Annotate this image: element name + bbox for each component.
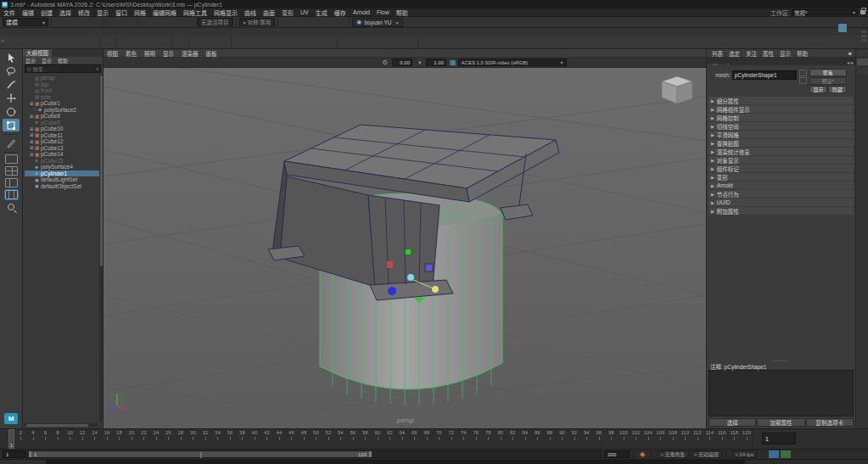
focus-button[interactable]: 聚焦: [809, 69, 847, 76]
menu-item[interactable]: 显示: [93, 8, 112, 17]
footer-button[interactable]: 复制选项卡: [806, 418, 854, 427]
outliner-item[interactable]: ◉ defaultLightSet: [25, 176, 99, 183]
attribute-editor-menu-item[interactable]: 选定: [726, 49, 742, 58]
last-tool-button[interactable]: [3, 137, 20, 149]
viewport-menu-item[interactable]: 显示: [160, 49, 177, 58]
shelf-icon[interactable]: [417, 37, 418, 48]
paint-select-tool-button[interactable]: [3, 78, 20, 91]
fps-selector[interactable]: 24 fps: [732, 450, 757, 458]
view-transform-selector[interactable]: ACES 1.0 SDR-video (sRGB): [458, 59, 567, 66]
outliner-horizontal-scrollbar[interactable]: [25, 423, 98, 427]
toggle-channel-box-icon[interactable]: [820, 24, 828, 32]
attribute-editor-menu-item[interactable]: 帮助: [794, 49, 810, 58]
menu-item[interactable]: 生成: [312, 8, 331, 17]
outliner-item[interactable]: ▤ persp: [25, 75, 99, 81]
outliner-item[interactable]: └ ◈ polySurface2: [25, 107, 99, 114]
menu-item[interactable]: 曲线: [241, 8, 260, 17]
show-button[interactable]: 显示: [809, 86, 828, 93]
outliner-item[interactable]: ⊞ ▦ pCube10: [25, 126, 99, 132]
attribute-editor-tab[interactable]: [707, 64, 713, 65]
attribute-section-header[interactable]: ▶ 网格组件显示: [708, 105, 854, 113]
attribute-section-header[interactable]: ▶ 组件标记: [708, 165, 854, 172]
shelf-options-icon[interactable]: +: [1, 38, 4, 44]
outliner-item[interactable]: ⊞ ▦ pCube14: [25, 151, 99, 158]
menu-item[interactable]: 帮助: [393, 8, 412, 17]
pin-icon[interactable]: ◆: [848, 49, 854, 56]
anim-layer-selector[interactable]: 无动画层: [692, 450, 723, 458]
outliner-item[interactable]: ▤ top: [25, 81, 99, 88]
notes-textarea[interactable]: [708, 370, 854, 416]
time-slider[interactable]: 2468101214161820222426283032343638404244…: [0, 428, 868, 449]
outliner-item[interactable]: ⊞ ▦ pCube12: [25, 138, 99, 145]
menu-set-selector[interactable]: 建模: [3, 18, 48, 26]
outliner-item[interactable]: ⊞ ▦ pCube8: [25, 113, 99, 120]
shelf-icon[interactable]: [231, 37, 232, 48]
attribute-editor-menu-item[interactable]: 属性: [760, 49, 776, 58]
outliner-menu-item[interactable]: 显示: [25, 57, 36, 64]
scale-tool-button[interactable]: [3, 119, 20, 131]
presets-button[interactable]: 预设*: [809, 77, 847, 85]
animation-end-field[interactable]: 200: [604, 450, 630, 458]
outliner-item[interactable]: ⊞ ▦ pCube13: [25, 145, 99, 152]
outliner-item[interactable]: ◈ pCube9: [25, 120, 99, 126]
shelf-icon[interactable]: [188, 37, 189, 48]
move-tool-button[interactable]: [3, 92, 20, 104]
attribute-section-header[interactable]: ▶ 网格控制: [708, 114, 854, 121]
toggle-character-controls-icon[interactable]: [857, 24, 865, 32]
outliner-item[interactable]: ▤ side: [25, 94, 99, 101]
outliner-menu-item[interactable]: 显示: [42, 57, 52, 64]
menu-item[interactable]: 编辑: [19, 8, 37, 17]
set-key-icon[interactable]: ◆: [637, 450, 647, 458]
shelf-overflow-icon[interactable]: [861, 31, 866, 46]
attribute-section-header[interactable]: ▶ 节点行为: [708, 190, 854, 198]
select-node-icon[interactable]: [799, 70, 807, 76]
outliner-vertical-scrollbar[interactable]: [99, 75, 103, 422]
shelf-icon[interactable]: [116, 37, 117, 48]
menu-item[interactable]: 曲面: [260, 8, 278, 17]
gamma-icon[interactable]: ◑: [414, 58, 424, 67]
hide-button[interactable]: 隐藏: [828, 86, 847, 93]
viewport-menu-item[interactable]: 视图: [104, 49, 121, 58]
outliner-item[interactable]: ⊞ ▦ pCube11: [25, 132, 99, 139]
user-account-menu[interactable]: ◉ boyuan YU: [352, 18, 402, 27]
attribute-section-header[interactable]: ▶ 细分属性: [708, 97, 854, 104]
select-tool-button[interactable]: [3, 51, 20, 64]
viewport-menu-item[interactable]: 着色: [122, 49, 140, 58]
range-slider-bar[interactable]: 1 120: [28, 450, 602, 458]
outliner-item[interactable]: ◈ pCylinder1: [25, 171, 99, 177]
command-language-toggle[interactable]: [0, 460, 47, 464]
attribute-section-header[interactable]: ▶ Arnold: [708, 182, 854, 189]
timeline-ticks[interactable]: 2468101214161820222426283032343638404244…: [8, 429, 753, 449]
layout-current-button[interactable]: [5, 190, 18, 199]
attribute-section-header[interactable]: ▶ 附加属性: [708, 207, 854, 215]
exposure-icon[interactable]: ⊙: [380, 58, 390, 67]
menu-item[interactable]: Arnold: [350, 9, 373, 15]
sidebar-vertical-tab[interactable]: [857, 59, 868, 65]
menu-item[interactable]: 选择: [56, 8, 75, 17]
outliner-menu-item[interactable]: 帮助: [58, 57, 68, 64]
shelf-icon[interactable]: [337, 37, 338, 48]
outliner-search-input[interactable]: ▽ 搜索...: [25, 64, 101, 73]
shelf-icon[interactable]: [99, 37, 100, 48]
sidebar-vertical-tab[interactable]: [857, 49, 868, 56]
menu-item[interactable]: 网格: [131, 8, 149, 17]
node-name-input[interactable]: pCylinderShape1: [732, 70, 797, 80]
attribute-editor-tab[interactable]: [725, 64, 731, 65]
footer-button[interactable]: 选择: [708, 418, 756, 427]
menu-item[interactable]: 缓存: [331, 8, 350, 17]
footer-button[interactable]: 加载属性: [757, 418, 804, 427]
workspace-selector[interactable]: 常规*: [792, 9, 858, 15]
outliner-item[interactable]: ⊞ ▦ pCube1: [25, 100, 99, 107]
outliner-item[interactable]: ◉ defaultObjectSet: [25, 183, 99, 190]
menu-item[interactable]: UV: [297, 9, 312, 15]
viewport-canvas[interactable]: persp: [104, 68, 706, 428]
attribute-editor-tab[interactable]: [719, 64, 725, 65]
attribute-section-header[interactable]: ▶ 切线空间: [708, 122, 854, 130]
attribute-section-header[interactable]: ▶ UUID: [708, 198, 854, 206]
symmetry-selector[interactable]: 对称:禁用: [239, 18, 276, 26]
viewport-menu-item[interactable]: 渲染器: [178, 49, 202, 58]
attribute-editor-menu-item[interactable]: 显示: [777, 49, 793, 58]
outliner-item[interactable]: ◈ pCube15: [25, 158, 99, 165]
menu-item[interactable]: Flow: [373, 9, 393, 15]
command-input[interactable]: [47, 460, 745, 464]
